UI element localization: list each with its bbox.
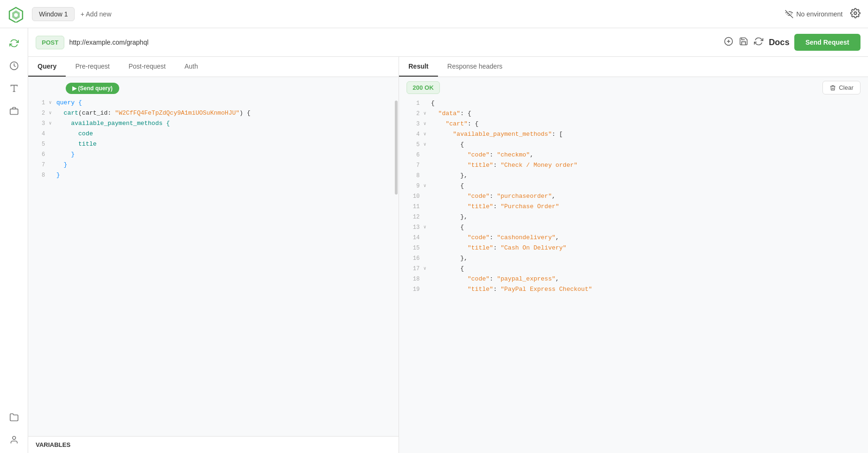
result-line-8: 8 }, [403, 171, 864, 181]
result-line-3: 3 ∨ "cart": { [403, 119, 864, 129]
query-panel: Query Pre-request Post-request Auth ▶ (S… [28, 57, 399, 453]
code-line-2: 2 ∨ cart(cart_id: "W2CfFQ4FeTpZdQcy9A1mi… [28, 108, 399, 118]
code-line-1: 1 ∨ query { [28, 98, 399, 108]
send-request-button[interactable]: Send Request [794, 34, 860, 51]
settings-icon[interactable] [850, 8, 860, 20]
sidebar [0, 28, 28, 453]
trash-icon [830, 85, 836, 91]
result-line-19: 19 "title": "PayPal Express Checkout" [403, 284, 864, 295]
result-line-13: 13 ∨ { [403, 222, 864, 233]
topbar-right: No environment [785, 8, 860, 20]
result-line-1: 1 { [403, 98, 864, 109]
content-area: POST Docs Send Request Query [28, 28, 868, 453]
result-line-6: 6 "code": "checkmo", [403, 150, 864, 160]
status-badge: 200 OK [407, 81, 440, 94]
add-icon[interactable] [724, 37, 733, 48]
sidebar-icon-schema[interactable] [5, 79, 23, 98]
url-input[interactable] [69, 39, 719, 46]
environment-selector[interactable]: No environment [785, 10, 843, 18]
clear-button[interactable]: Clear [822, 81, 860, 94]
svg-point-2 [14, 13, 18, 17]
sidebar-icon-user[interactable] [5, 430, 23, 449]
code-line-4: 4 code [28, 129, 399, 139]
result-toolbar: 200 OK Clear [399, 77, 868, 98]
result-line-4: 4 ∨ "available_payment_methods": [ [403, 129, 864, 140]
tab-response-headers[interactable]: Response headers [438, 57, 512, 77]
result-code-editor[interactable]: 1 { 2 ∨ "data": { 3 ∨ "cart": { [399, 98, 868, 453]
sidebar-icon-refresh[interactable] [5, 34, 23, 53]
tab-post-request[interactable]: Post-request [119, 57, 175, 77]
result-line-10: 10 "code": "purchaseorder", [403, 191, 864, 202]
result-line-7: 7 "title": "Check / Money order" [403, 160, 864, 171]
no-wifi-icon [785, 10, 793, 18]
window-tab[interactable]: Window 1 [32, 7, 75, 21]
tab-pre-request[interactable]: Pre-request [66, 57, 119, 77]
code-line-8: 8 } [28, 170, 399, 180]
result-line-5: 5 ∨ { [403, 140, 864, 150]
docs-button[interactable]: Docs [769, 38, 790, 47]
editor-area: Query Pre-request Post-request Auth ▶ (S… [28, 57, 868, 453]
tab-result[interactable]: Result [399, 57, 438, 77]
code-line-3: 3 ∨ available_payment_methods { [28, 118, 399, 129]
main-layout: POST Docs Send Request Query [0, 28, 868, 453]
result-panel: Result Response headers 200 OK Clear 1 [399, 57, 868, 453]
code-line-7: 7 } [28, 160, 399, 170]
add-new-button[interactable]: + Add new [80, 10, 111, 18]
result-line-18: 18 "code": "paypal_express", [403, 274, 864, 284]
result-line-11: 11 "title": "Purchase Order" [403, 202, 864, 212]
sidebar-icon-history[interactable] [5, 56, 23, 75]
query-editor[interactable]: ▶ (Send query) 1 ∨ query { 2 ∨ cart(cart… [28, 77, 399, 436]
result-line-12: 12 }, [403, 212, 864, 222]
save-icon[interactable] [739, 37, 748, 48]
url-actions: Docs [724, 37, 790, 48]
result-line-16: 16 }, [403, 253, 864, 264]
method-badge[interactable]: POST [36, 36, 64, 49]
result-line-17: 17 ∨ { [403, 264, 864, 274]
no-env-label: No environment [796, 10, 843, 18]
svg-point-5 [854, 12, 857, 15]
code-line-5: 5 title [28, 139, 399, 149]
result-tabs: Result Response headers [399, 57, 868, 77]
result-line-15: 15 "title": "Cash On Delivery" [403, 243, 864, 253]
code-line-6: 6 } [28, 149, 399, 160]
refresh-icon[interactable] [754, 37, 763, 48]
app-logo [8, 6, 24, 23]
result-line-2: 2 ∨ "data": { [403, 109, 864, 119]
editor-scrollbar[interactable] [395, 101, 398, 195]
sidebar-icon-collections[interactable] [5, 102, 23, 120]
svg-rect-9 [10, 109, 18, 115]
svg-point-10 [12, 437, 15, 440]
result-line-9: 9 ∨ { [403, 181, 864, 191]
query-tabs: Query Pre-request Post-request Auth [28, 57, 399, 77]
topbar: Window 1 + Add new No environment [0, 0, 868, 28]
send-query-button[interactable]: ▶ (Send query) [66, 83, 119, 94]
url-bar: POST Docs Send Request [28, 28, 868, 57]
result-line-14: 14 "code": "cashondelivery", [403, 233, 864, 243]
tab-auth[interactable]: Auth [175, 57, 207, 77]
tab-query[interactable]: Query [28, 57, 66, 77]
sidebar-icon-folder[interactable] [5, 408, 23, 427]
variables-bar[interactable]: VARIABLES [28, 436, 399, 453]
